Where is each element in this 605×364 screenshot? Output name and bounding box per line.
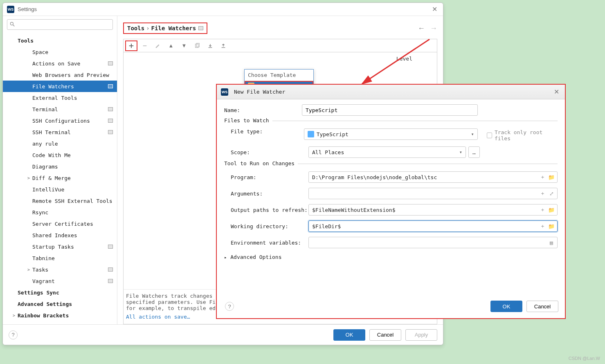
forward-button[interactable]: → <box>430 24 437 33</box>
advanced-options-toggle[interactable]: Advanced Options <box>224 254 558 260</box>
scope-more-button[interactable]: … <box>468 146 480 158</box>
scope-badge-icon <box>108 245 113 249</box>
scope-badge-icon <box>108 84 113 88</box>
scope-dropdown[interactable]: All Places ▾ <box>308 146 466 158</box>
list-icon[interactable]: ▤ <box>547 238 556 247</box>
breadcrumb-leaf: File Watchers <box>151 25 196 31</box>
sidebar-item-tabnine[interactable]: Tabnine <box>3 252 117 264</box>
name-label: Name: <box>224 107 302 113</box>
dialog-titlebar: WS New File Watcher ✕ <box>217 85 565 99</box>
sidebar-item-intellivue[interactable]: IntelliVue <box>3 184 117 195</box>
sidebar-item-label: IntelliVue <box>32 186 113 193</box>
apply-button[interactable]: Apply <box>405 329 437 341</box>
sidebar-item-label: Terminal <box>32 106 108 112</box>
scope-badge-icon <box>108 267 113 272</box>
sidebar-item-label: SSH Terminal <box>32 129 108 135</box>
sidebar-item-ssh-configurations[interactable]: SSH Configurations <box>3 115 117 126</box>
help-button[interactable]: ? <box>9 330 18 339</box>
settings-tree: Tools SpaceActions on SaveWeb Browsers a… <box>3 32 117 324</box>
scope-badge-icon <box>108 61 113 65</box>
sidebar-item-label: Vagrant <box>32 278 108 284</box>
close-icon[interactable]: ✕ <box>430 5 439 13</box>
program-input[interactable]: D:\Program Files\nodejs\node_global\tsc … <box>308 171 558 183</box>
move-up-button[interactable]: ▲ <box>165 41 177 51</box>
sidebar-item-label: Web Browsers and Preview <box>32 72 113 78</box>
sidebar-item-rainbow-brackets[interactable]: >Rainbow Brackets <box>3 310 117 321</box>
output-paths-input[interactable]: $FileNameWithoutExtension$ ＋ 📁 <box>308 204 558 216</box>
sidebar-item-vagrant[interactable]: Vagrant <box>3 275 117 287</box>
ok-button[interactable]: OK <box>333 329 365 341</box>
breadcrumb: Tools › File Watchers <box>123 22 207 34</box>
sidebar-item-server-certificates[interactable]: Server Certificates <box>3 218 117 229</box>
settings-titlebar: WS Settings ✕ <box>3 3 443 16</box>
browse-folder-icon[interactable]: 📁 <box>547 222 556 230</box>
sidebar-item-diagrams[interactable]: Diagrams <box>3 161 117 172</box>
tree-section-tools[interactable]: Tools <box>3 35 117 46</box>
search-input[interactable] <box>7 19 113 30</box>
files-group-label: Files to Watch <box>224 117 272 124</box>
cancel-button[interactable]: Cancel <box>526 301 558 312</box>
sidebar-item-external-tools[interactable]: External Tools <box>3 92 117 103</box>
sidebar-item-web-browsers-and-preview[interactable]: Web Browsers and Preview <box>3 69 117 81</box>
sidebar-item-tasks[interactable]: >Tasks <box>3 264 117 275</box>
move-down-button[interactable]: ▼ <box>178 41 190 51</box>
sidebar-item-label: Code With Me <box>32 152 113 158</box>
insert-macro-icon[interactable]: ＋ <box>538 222 547 230</box>
export-button[interactable] <box>218 41 229 51</box>
sidebar-item-settings-sync[interactable]: Settings Sync <box>3 287 117 298</box>
sidebar-item-code-with-me[interactable]: Code With Me <box>3 149 117 161</box>
env-input[interactable]: ▤ <box>308 237 558 248</box>
arguments-input[interactable]: ＋ ⤢ <box>308 188 558 199</box>
sidebar-item-label: Actions on Save <box>32 61 108 67</box>
window-title: Settings <box>18 6 37 12</box>
track-root-checkbox[interactable]: Track only root files <box>487 129 558 142</box>
sidebar-item-ssh-terminal[interactable]: SSH Terminal <box>3 126 117 138</box>
sidebar-item-label: Tabnine <box>32 255 113 261</box>
settings-sidebar: Tools SpaceActions on SaveWeb Browsers a… <box>3 16 117 324</box>
sidebar-item-shared-indexes[interactable]: Shared Indexes <box>3 229 117 241</box>
remove-button[interactable] <box>139 41 151 51</box>
sidebar-item-rsync[interactable]: Rsync <box>3 207 117 218</box>
chevron-down-icon: ▾ <box>471 131 474 137</box>
name-input[interactable] <box>302 104 478 116</box>
sidebar-item-advanced-settings[interactable]: Advanced Settings <box>3 298 117 310</box>
sidebar-item-label: Diff & Merge <box>32 175 113 181</box>
breadcrumb-root: Tools <box>127 25 144 31</box>
import-button[interactable] <box>205 41 216 51</box>
sidebar-item-actions-on-save[interactable]: Actions on Save <box>3 58 117 69</box>
working-dir-input[interactable]: $FileDir$ ＋ 📁 <box>308 220 558 232</box>
sidebar-item-file-watchers[interactable]: File Watchers <box>3 81 117 92</box>
arguments-label: Arguments: <box>231 191 308 197</box>
expand-icon[interactable]: ⤢ <box>547 189 556 198</box>
sidebar-item-label: Diagrams <box>32 164 113 170</box>
browse-folder-icon[interactable]: 📁 <box>547 206 556 214</box>
actions-on-save-link[interactable]: All actions on save… <box>126 314 190 320</box>
template-popup-header: Choose Template <box>245 70 313 81</box>
sidebar-item-startup-tasks[interactable]: Startup Tasks <box>3 241 117 252</box>
chevron-down-icon: ▾ <box>459 149 462 155</box>
sidebar-item-label: Server Certificates <box>32 221 113 227</box>
sidebar-item-label: External Tools <box>32 95 113 101</box>
sidebar-item-space[interactable]: Space <box>3 46 117 58</box>
browse-folder-icon[interactable]: 📁 <box>547 173 556 181</box>
close-icon[interactable]: ✕ <box>552 88 561 96</box>
sidebar-item-remote-ssh-external-tools[interactable]: Remote SSH External Tools <box>3 195 117 207</box>
insert-macro-icon[interactable]: ＋ <box>538 189 547 198</box>
sidebar-item-diff-merge[interactable]: >Diff & Merge <box>3 172 117 184</box>
sidebar-item-any-rule[interactable]: any rule <box>3 138 117 149</box>
copy-button[interactable] <box>191 41 203 51</box>
back-button[interactable]: ← <box>418 24 425 33</box>
help-button[interactable]: ? <box>225 302 234 311</box>
file-type-dropdown[interactable]: TypeScript ▾ <box>304 128 478 140</box>
add-button[interactable] <box>125 40 137 51</box>
sidebar-item-label: File Watchers <box>32 83 108 90</box>
edit-button[interactable] <box>152 41 164 51</box>
svg-line-1 <box>13 25 15 27</box>
ok-button[interactable]: OK <box>490 301 522 312</box>
insert-macro-icon[interactable]: ＋ <box>538 206 547 214</box>
dialog-title: New File Watcher <box>234 89 285 95</box>
cancel-button[interactable]: Cancel <box>369 329 401 341</box>
sidebar-item-terminal[interactable]: Terminal <box>3 103 117 115</box>
sidebar-item-label: Tasks <box>32 267 108 273</box>
insert-macro-icon[interactable]: ＋ <box>538 173 547 181</box>
